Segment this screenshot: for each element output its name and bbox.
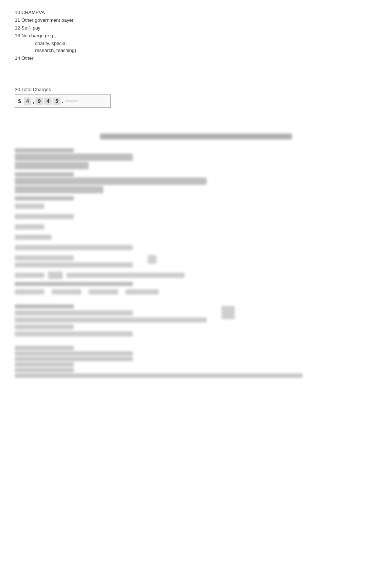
blurred-row-yes: [15, 202, 377, 211]
blurred-big-2: [15, 177, 207, 185]
blurred-two-col-1: [15, 253, 377, 269]
blurred-line-11: [15, 317, 207, 323]
blurred-line-6: [15, 255, 74, 261]
blurred-note-5: [15, 373, 303, 378]
blurred-header-3: [15, 196, 74, 200]
amount-seg-0: 4: [24, 97, 31, 105]
spacer-1: [15, 68, 377, 79]
blurred-big-1b: [15, 162, 89, 169]
blurred-group-2: [15, 172, 377, 193]
blurred-sub-3: [89, 289, 118, 294]
blurred-sub-4: [125, 289, 159, 294]
blurred-line-4: [15, 235, 52, 240]
total-charges-label: 20 Total Charges: [15, 87, 377, 92]
list-item-10: 10 CHAMPVA: [15, 10, 377, 15]
list-item-14: 14 Other: [15, 55, 377, 61]
total-charges-section: 20 Total Charges $ 4 , 9 4 5 .: [15, 87, 377, 108]
blurred-sub-rows: [15, 287, 377, 296]
blurred-line-8: [15, 273, 44, 278]
blurred-content-section: [15, 134, 377, 378]
amount-dot: .: [62, 98, 63, 104]
blurred-row-no1: [15, 212, 377, 221]
blurred-header-4: [15, 282, 133, 286]
blurred-big-2b: [15, 186, 103, 193]
blurred-group-1: [15, 148, 377, 169]
amount-seg-4: [65, 100, 78, 102]
list-item-13: 13 No charge (e.g.,: [15, 33, 377, 38]
list-item-12: 12 Self- pay: [15, 25, 377, 31]
blurred-title-bar: [100, 134, 292, 139]
blurred-value-1: [48, 272, 63, 279]
blurred-line-2: [15, 214, 74, 219]
blurred-line-7: [15, 262, 133, 268]
spacer-2: [15, 108, 377, 130]
blurred-big-1: [15, 154, 133, 161]
list-item-11: 11 Other government payer: [15, 17, 377, 23]
blurred-note-4: [15, 368, 74, 372]
blurred-note-3: [15, 362, 74, 367]
blurred-note-2: [15, 357, 133, 361]
blurred-line-1: [15, 204, 44, 209]
amount-segments: 4 , 9 4 5 .: [24, 97, 78, 105]
blurred-line-9: [66, 273, 185, 278]
blurred-line-10: [15, 310, 133, 315]
blurred-group-4: [15, 302, 377, 338]
blurred-footer: [15, 346, 377, 378]
blurred-sub-1: [15, 289, 44, 294]
amount-seg-2: 4: [44, 97, 52, 105]
amount-comma: ,: [33, 98, 34, 104]
list-item-13a: charity, special: [35, 41, 377, 46]
blurred-note-label: [15, 346, 74, 350]
blurred-header-5: [15, 304, 74, 308]
payer-type-list: 10 CHAMPVA 11 Other government payer 12 …: [15, 10, 377, 61]
blurred-group-3: [15, 196, 377, 296]
blurred-row-no2: [15, 223, 377, 231]
blurred-line-12: [15, 324, 74, 330]
blurred-line-13: [15, 331, 133, 337]
dollar-sign: $: [18, 98, 21, 104]
amount-box: $ 4 , 9 4 5 .: [15, 94, 111, 108]
blurred-row-no4: [15, 243, 377, 252]
blurred-sub-2: [52, 289, 81, 294]
blurred-header-2: [15, 172, 74, 176]
blurred-box-1: [148, 255, 157, 264]
blurred-note-1: [15, 351, 133, 356]
blurred-two-col-2: [15, 302, 377, 338]
blurred-row-no5: [15, 271, 377, 280]
amount-seg-1: 9: [35, 97, 43, 105]
blurred-line-3: [15, 224, 44, 230]
blurred-header-1: [15, 148, 74, 152]
blurred-box-2: [221, 306, 235, 319]
list-item-13b: research, teaching): [35, 48, 377, 53]
amount-seg-3: 5: [53, 97, 61, 105]
blurred-line-5: [15, 245, 133, 250]
blurred-row-no3: [15, 233, 377, 242]
